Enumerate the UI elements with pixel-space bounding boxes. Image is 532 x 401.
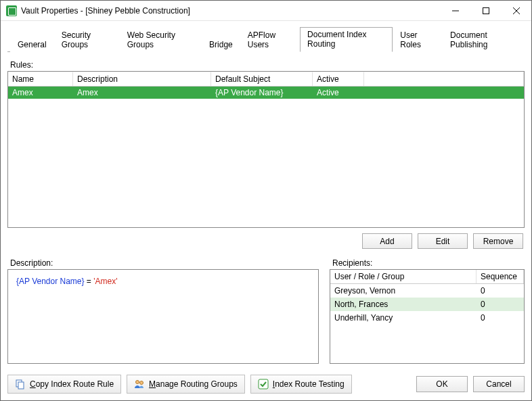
- svg-rect-5: [18, 382, 24, 389]
- users-icon: [134, 379, 145, 390]
- recipient-sequence: 0: [476, 299, 524, 310]
- add-button[interactable]: Add: [362, 233, 412, 249]
- svg-point-6: [136, 381, 139, 384]
- svg-point-7: [140, 381, 143, 385]
- description-text: {AP Vendor Name} = 'Amex': [16, 277, 117, 286]
- vault-icon: [6, 5, 17, 16]
- rules-cell-active: Active: [313, 87, 364, 99]
- recipients-grid[interactable]: User / Role / Group Sequence Greyson, Ve…: [330, 269, 525, 364]
- minimize-button[interactable]: [440, 1, 470, 20]
- titlebar: Vault Properties - [Shiney Pebble Constr…: [1, 1, 531, 21]
- rules-row[interactable]: Amex Amex {AP Vendor Name} Active: [8, 87, 524, 99]
- description-pane: Description: {AP Vendor Name} = 'Amex': [7, 258, 319, 364]
- check-icon: [258, 379, 269, 390]
- rules-header-name[interactable]: Name: [8, 72, 73, 86]
- recipients-grid-header: User / Role / Group Sequence: [330, 270, 524, 284]
- rules-header-spacer: [364, 72, 524, 86]
- tab-document-publishing[interactable]: Document Publishing: [443, 28, 525, 52]
- description-field: {AP Vendor Name}: [16, 277, 85, 286]
- window-controls: [440, 1, 531, 20]
- recipient-sequence: 0: [476, 312, 524, 323]
- manage-routing-groups-label: Manage Routing Groups: [149, 379, 238, 389]
- index-route-testing-button[interactable]: Index Route Testing: [250, 375, 352, 394]
- recipients-header-sequence[interactable]: Sequence: [476, 270, 524, 283]
- maximize-button[interactable]: [470, 1, 501, 20]
- vault-properties-window: Vault Properties - [Shiney Pebble Constr…: [0, 0, 532, 401]
- index-route-testing-label: Index Route Testing: [273, 379, 345, 389]
- remove-button[interactable]: Remove: [473, 233, 523, 249]
- recipient-user: North, Frances: [330, 299, 476, 310]
- rules-header-description[interactable]: Description: [73, 72, 211, 86]
- client-area: General Security Groups Web Security Gro…: [1, 21, 531, 400]
- svg-rect-8: [259, 379, 268, 389]
- close-button[interactable]: [501, 1, 531, 20]
- rules-cell-default-subject: {AP Vendor Name}: [211, 87, 313, 99]
- lower-panes: Description: {AP Vendor Name} = 'Amex' R…: [7, 258, 525, 364]
- svg-rect-1: [483, 7, 489, 14]
- tab-document-index-routing[interactable]: Document Index Routing: [300, 27, 393, 52]
- copy-index-route-rule-button[interactable]: Copy Index Route Rule: [7, 375, 121, 394]
- tab-web-security-groups[interactable]: Web Security Groups: [120, 28, 202, 52]
- cancel-button[interactable]: Cancel: [473, 376, 525, 392]
- tab-general[interactable]: General: [10, 37, 54, 52]
- svg-line-2: [513, 7, 520, 14]
- recipients-pane: Recipients: User / Role / Group Sequence…: [330, 258, 525, 364]
- recipients-header-user[interactable]: User / Role / Group: [330, 270, 476, 283]
- description-operator: =: [85, 277, 94, 286]
- description-box[interactable]: {AP Vendor Name} = 'Amex': [7, 269, 319, 364]
- rules-label: Rules:: [10, 60, 525, 70]
- rules-grid-header: Name Description Default Subject Active: [8, 72, 524, 87]
- recipient-row[interactable]: Underhill, Yancy 0: [330, 311, 524, 325]
- svg-line-3: [513, 7, 520, 14]
- window-title: Vault Properties - [Shiney Pebble Constr…: [21, 6, 440, 16]
- tabstrip: General Security Groups Web Security Gro…: [7, 26, 525, 52]
- tab-security-groups[interactable]: Security Groups: [54, 28, 120, 52]
- ok-button[interactable]: OK: [416, 376, 468, 392]
- copy-index-route-rule-label: Copy Index Route Rule: [30, 379, 114, 389]
- copy-icon: [15, 379, 26, 390]
- description-label: Description:: [10, 258, 319, 268]
- recipients-label: Recipients:: [332, 258, 525, 268]
- description-value: 'Amex': [93, 277, 117, 286]
- rules-grid[interactable]: Name Description Default Subject Active …: [7, 71, 525, 228]
- recipient-row[interactable]: North, Frances 0: [330, 298, 524, 311]
- rules-buttons: Add Edit Remove: [7, 233, 523, 249]
- rules-header-default-subject[interactable]: Default Subject: [211, 72, 313, 86]
- rules-grid-body: Amex Amex {AP Vendor Name} Active: [8, 87, 524, 227]
- tab-user-roles[interactable]: User Roles: [393, 28, 443, 52]
- rules-cell-description: Amex: [73, 87, 211, 99]
- tab-bridge[interactable]: Bridge: [202, 37, 240, 52]
- rules-cell-spacer: [364, 87, 524, 99]
- manage-routing-groups-button[interactable]: Manage Routing Groups: [127, 375, 245, 394]
- recipient-row[interactable]: Greyson, Vernon 0: [330, 284, 524, 298]
- rules-cell-name: Amex: [8, 87, 73, 99]
- recipients-grid-body: Greyson, Vernon 0 North, Frances 0 Under…: [330, 284, 524, 363]
- edit-button[interactable]: Edit: [418, 233, 468, 249]
- tab-apflow-users[interactable]: APFlow Users: [240, 28, 300, 52]
- rules-header-active[interactable]: Active: [313, 72, 364, 86]
- recipient-user: Greyson, Vernon: [330, 285, 476, 296]
- footer: Copy Index Route Rule Manage Routing Gro…: [7, 364, 525, 394]
- recipient-sequence: 0: [476, 285, 524, 296]
- recipient-user: Underhill, Yancy: [330, 312, 476, 323]
